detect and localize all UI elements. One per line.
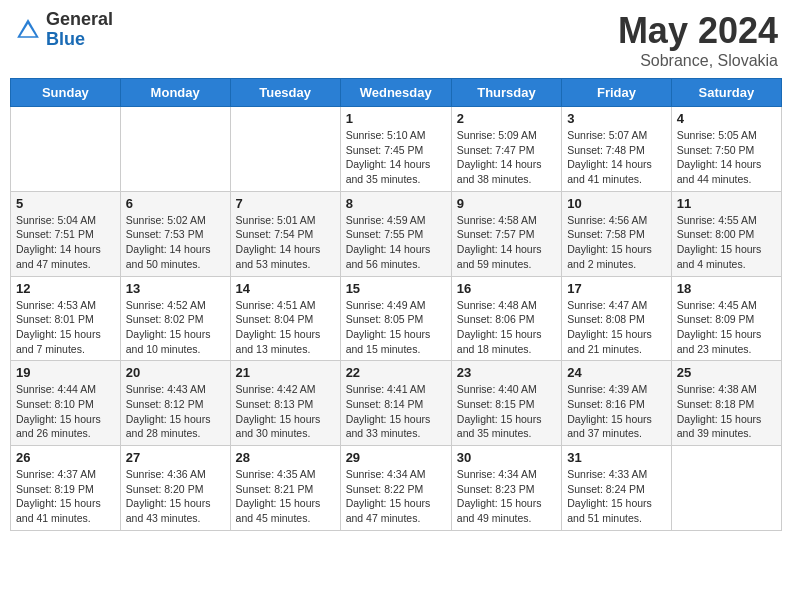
calendar-cell: 28Sunrise: 4:35 AMSunset: 8:21 PMDayligh… [230, 446, 340, 531]
calendar-cell: 5Sunrise: 5:04 AMSunset: 7:51 PMDaylight… [11, 191, 121, 276]
day-number: 20 [126, 365, 225, 380]
day-number: 19 [16, 365, 115, 380]
day-info: Sunrise: 4:39 AMSunset: 8:16 PMDaylight:… [567, 382, 666, 441]
day-info: Sunrise: 5:05 AMSunset: 7:50 PMDaylight:… [677, 128, 776, 187]
calendar-cell: 19Sunrise: 4:44 AMSunset: 8:10 PMDayligh… [11, 361, 121, 446]
day-info: Sunrise: 4:53 AMSunset: 8:01 PMDaylight:… [16, 298, 115, 357]
calendar-cell: 1Sunrise: 5:10 AMSunset: 7:45 PMDaylight… [340, 107, 451, 192]
day-info: Sunrise: 4:47 AMSunset: 8:08 PMDaylight:… [567, 298, 666, 357]
calendar-cell: 6Sunrise: 5:02 AMSunset: 7:53 PMDaylight… [120, 191, 230, 276]
day-number: 6 [126, 196, 225, 211]
day-number: 17 [567, 281, 666, 296]
day-info: Sunrise: 4:37 AMSunset: 8:19 PMDaylight:… [16, 467, 115, 526]
day-number: 8 [346, 196, 446, 211]
calendar-cell: 2Sunrise: 5:09 AMSunset: 7:47 PMDaylight… [451, 107, 561, 192]
calendar-cell: 7Sunrise: 5:01 AMSunset: 7:54 PMDaylight… [230, 191, 340, 276]
day-info: Sunrise: 4:33 AMSunset: 8:24 PMDaylight:… [567, 467, 666, 526]
day-info: Sunrise: 4:51 AMSunset: 8:04 PMDaylight:… [236, 298, 335, 357]
weekday-header: Wednesday [340, 79, 451, 107]
day-number: 31 [567, 450, 666, 465]
weekday-header: Saturday [671, 79, 781, 107]
weekday-header: Monday [120, 79, 230, 107]
calendar-cell: 12Sunrise: 4:53 AMSunset: 8:01 PMDayligh… [11, 276, 121, 361]
calendar-cell: 17Sunrise: 4:47 AMSunset: 8:08 PMDayligh… [562, 276, 672, 361]
day-info: Sunrise: 4:49 AMSunset: 8:05 PMDaylight:… [346, 298, 446, 357]
day-info: Sunrise: 4:44 AMSunset: 8:10 PMDaylight:… [16, 382, 115, 441]
day-info: Sunrise: 4:38 AMSunset: 8:18 PMDaylight:… [677, 382, 776, 441]
logo-icon [14, 16, 42, 44]
calendar-title: May 2024 [618, 10, 778, 52]
day-number: 30 [457, 450, 556, 465]
day-info: Sunrise: 4:59 AMSunset: 7:55 PMDaylight:… [346, 213, 446, 272]
day-number: 5 [16, 196, 115, 211]
day-number: 4 [677, 111, 776, 126]
calendar-week-row: 19Sunrise: 4:44 AMSunset: 8:10 PMDayligh… [11, 361, 782, 446]
logo-blue: Blue [46, 30, 113, 50]
day-info: Sunrise: 4:43 AMSunset: 8:12 PMDaylight:… [126, 382, 225, 441]
calendar-cell: 26Sunrise: 4:37 AMSunset: 8:19 PMDayligh… [11, 446, 121, 531]
day-number: 23 [457, 365, 556, 380]
day-number: 21 [236, 365, 335, 380]
day-number: 16 [457, 281, 556, 296]
weekday-header: Friday [562, 79, 672, 107]
calendar-cell: 16Sunrise: 4:48 AMSunset: 8:06 PMDayligh… [451, 276, 561, 361]
day-info: Sunrise: 5:04 AMSunset: 7:51 PMDaylight:… [16, 213, 115, 272]
calendar-week-row: 26Sunrise: 4:37 AMSunset: 8:19 PMDayligh… [11, 446, 782, 531]
day-info: Sunrise: 4:58 AMSunset: 7:57 PMDaylight:… [457, 213, 556, 272]
day-number: 28 [236, 450, 335, 465]
calendar-cell: 11Sunrise: 4:55 AMSunset: 8:00 PMDayligh… [671, 191, 781, 276]
day-number: 26 [16, 450, 115, 465]
calendar-cell: 4Sunrise: 5:05 AMSunset: 7:50 PMDaylight… [671, 107, 781, 192]
day-info: Sunrise: 4:52 AMSunset: 8:02 PMDaylight:… [126, 298, 225, 357]
day-info: Sunrise: 4:48 AMSunset: 8:06 PMDaylight:… [457, 298, 556, 357]
calendar-cell: 21Sunrise: 4:42 AMSunset: 8:13 PMDayligh… [230, 361, 340, 446]
day-number: 7 [236, 196, 335, 211]
calendar-cell: 29Sunrise: 4:34 AMSunset: 8:22 PMDayligh… [340, 446, 451, 531]
day-info: Sunrise: 4:35 AMSunset: 8:21 PMDaylight:… [236, 467, 335, 526]
calendar-cell: 23Sunrise: 4:40 AMSunset: 8:15 PMDayligh… [451, 361, 561, 446]
calendar-week-row: 12Sunrise: 4:53 AMSunset: 8:01 PMDayligh… [11, 276, 782, 361]
day-info: Sunrise: 5:09 AMSunset: 7:47 PMDaylight:… [457, 128, 556, 187]
calendar-cell: 10Sunrise: 4:56 AMSunset: 7:58 PMDayligh… [562, 191, 672, 276]
day-number: 15 [346, 281, 446, 296]
day-number: 18 [677, 281, 776, 296]
day-number: 24 [567, 365, 666, 380]
day-number: 14 [236, 281, 335, 296]
calendar-cell: 9Sunrise: 4:58 AMSunset: 7:57 PMDaylight… [451, 191, 561, 276]
calendar-cell [11, 107, 121, 192]
day-info: Sunrise: 4:34 AMSunset: 8:22 PMDaylight:… [346, 467, 446, 526]
day-info: Sunrise: 5:07 AMSunset: 7:48 PMDaylight:… [567, 128, 666, 187]
calendar-cell [230, 107, 340, 192]
day-number: 10 [567, 196, 666, 211]
day-info: Sunrise: 4:45 AMSunset: 8:09 PMDaylight:… [677, 298, 776, 357]
logo-text: General Blue [46, 10, 113, 50]
day-info: Sunrise: 4:42 AMSunset: 8:13 PMDaylight:… [236, 382, 335, 441]
calendar-cell [120, 107, 230, 192]
day-number: 12 [16, 281, 115, 296]
logo-general: General [46, 10, 113, 30]
day-info: Sunrise: 4:34 AMSunset: 8:23 PMDaylight:… [457, 467, 556, 526]
calendar-location: Sobrance, Slovakia [618, 52, 778, 70]
calendar-cell: 13Sunrise: 4:52 AMSunset: 8:02 PMDayligh… [120, 276, 230, 361]
calendar-cell [671, 446, 781, 531]
calendar-cell: 30Sunrise: 4:34 AMSunset: 8:23 PMDayligh… [451, 446, 561, 531]
day-number: 27 [126, 450, 225, 465]
calendar-cell: 15Sunrise: 4:49 AMSunset: 8:05 PMDayligh… [340, 276, 451, 361]
day-number: 3 [567, 111, 666, 126]
day-info: Sunrise: 5:10 AMSunset: 7:45 PMDaylight:… [346, 128, 446, 187]
day-info: Sunrise: 5:01 AMSunset: 7:54 PMDaylight:… [236, 213, 335, 272]
day-number: 25 [677, 365, 776, 380]
day-info: Sunrise: 4:55 AMSunset: 8:00 PMDaylight:… [677, 213, 776, 272]
calendar-cell: 18Sunrise: 4:45 AMSunset: 8:09 PMDayligh… [671, 276, 781, 361]
day-info: Sunrise: 4:41 AMSunset: 8:14 PMDaylight:… [346, 382, 446, 441]
day-number: 22 [346, 365, 446, 380]
day-number: 1 [346, 111, 446, 126]
calendar-cell: 27Sunrise: 4:36 AMSunset: 8:20 PMDayligh… [120, 446, 230, 531]
day-info: Sunrise: 4:56 AMSunset: 7:58 PMDaylight:… [567, 213, 666, 272]
weekday-header: Thursday [451, 79, 561, 107]
weekday-header-row: SundayMondayTuesdayWednesdayThursdayFrid… [11, 79, 782, 107]
day-number: 9 [457, 196, 556, 211]
calendar-cell: 8Sunrise: 4:59 AMSunset: 7:55 PMDaylight… [340, 191, 451, 276]
calendar-cell: 20Sunrise: 4:43 AMSunset: 8:12 PMDayligh… [120, 361, 230, 446]
calendar-week-row: 1Sunrise: 5:10 AMSunset: 7:45 PMDaylight… [11, 107, 782, 192]
